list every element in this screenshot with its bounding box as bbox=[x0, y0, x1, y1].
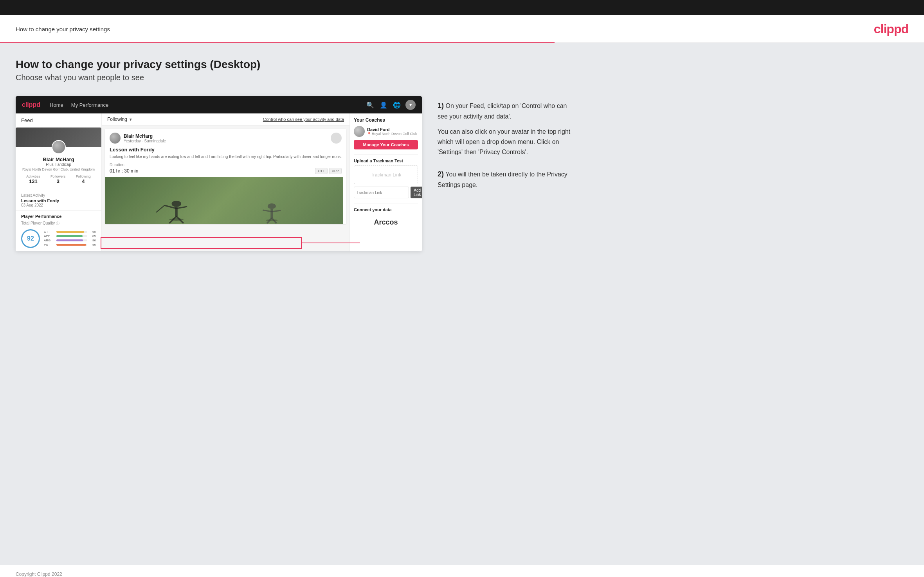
svg-line-13 bbox=[272, 210, 281, 212]
activities-label: Activities bbox=[26, 174, 40, 178]
trackman-input-row: Add Link bbox=[354, 187, 418, 198]
app-screenshot-wrapper: clippd Home My Performance 🔍 👤 🌐 ▼ Feed bbox=[16, 96, 422, 251]
profile-card: Blair McHarg Plus Handicap Royal North D… bbox=[16, 128, 101, 190]
header: How to change your privacy settings clip… bbox=[0, 15, 924, 42]
bar-bg bbox=[56, 235, 87, 237]
bar-value: 86 bbox=[89, 239, 96, 242]
bar-label: OTT bbox=[44, 230, 55, 234]
quality-bar-row: OTT 90 bbox=[44, 230, 96, 234]
profile-handicap: Plus Handicap bbox=[21, 162, 96, 167]
coaches-section: Your Coaches David Ford 📍 Royal North De… bbox=[354, 117, 418, 149]
instruction-step1: 1) On your Feed, click/tap on 'Control w… bbox=[438, 100, 578, 157]
instruction-step1-text1: 1) On your Feed, click/tap on 'Control w… bbox=[438, 100, 578, 121]
lesson-tag: APP bbox=[329, 168, 342, 174]
lesson-duration: 01 hr : 30 min bbox=[110, 168, 138, 174]
trackman-section: Upload a Trackman Test Trackman Link Add… bbox=[354, 154, 418, 198]
profile-club: Royal North Devon Golf Club, United King… bbox=[21, 167, 96, 171]
trackman-add-button[interactable]: Add Link bbox=[411, 187, 422, 198]
info-icon: ⓘ bbox=[56, 221, 59, 225]
perf-title: Player Performance bbox=[21, 214, 96, 219]
following-button[interactable]: Following ▼ bbox=[107, 117, 133, 122]
profile-avatar-inner bbox=[52, 141, 65, 153]
quality-bar-row: ARG 86 bbox=[44, 239, 96, 242]
bar-fill bbox=[56, 244, 86, 246]
location-icon: 📍 bbox=[367, 132, 371, 136]
coach-club: 📍 Royal North Devon Golf Club bbox=[367, 132, 417, 136]
step2-text: You will then be taken directly to the P… bbox=[438, 171, 567, 188]
activities-value: 131 bbox=[26, 178, 40, 184]
person-icon[interactable]: 👤 bbox=[379, 100, 388, 110]
followers-value: 3 bbox=[50, 178, 66, 184]
feed-tab[interactable]: Feed bbox=[16, 113, 101, 128]
instruction-step2: 2) You will then be taken directly to th… bbox=[438, 169, 578, 190]
latest-activity-date: 03 Aug 2022 bbox=[21, 203, 96, 207]
instructions: 1) On your Feed, click/tap on 'Control w… bbox=[438, 96, 578, 202]
step1-number: 1) bbox=[438, 102, 444, 110]
app-right-panel: Your Coaches David Ford 📍 Royal North De… bbox=[349, 113, 422, 251]
profile-stats: Activities 131 Followers 3 Following 4 bbox=[21, 174, 96, 184]
feed-header: Following ▼ Control who can see your act… bbox=[102, 113, 349, 126]
svg-point-2 bbox=[172, 201, 181, 207]
footer: Copyright Clippd 2022 bbox=[0, 565, 924, 577]
lesson-duration-label: Duration bbox=[110, 163, 342, 167]
coach-row: David Ford 📍 Royal North Devon Golf Club bbox=[354, 126, 418, 137]
instruction-step1-text2: You can also click on your avatar in the… bbox=[438, 127, 578, 157]
control-link[interactable]: Control who can see your activity and da… bbox=[263, 117, 344, 122]
app-content: Feed Blair McHarg Plus Handicap Royal bbox=[16, 113, 422, 251]
svg-line-12 bbox=[263, 210, 272, 212]
lesson-card-header: Blair McHarg Yesterday · Sunningdale bbox=[110, 133, 342, 144]
coach-name: David Ford bbox=[367, 127, 417, 132]
followers-label: Followers bbox=[50, 174, 66, 178]
nav-home[interactable]: Home bbox=[50, 102, 63, 108]
logo: clippd bbox=[874, 22, 908, 36]
latest-activity: Latest Activity Lesson with Fordy 03 Aug… bbox=[16, 190, 101, 211]
bar-fill bbox=[56, 239, 83, 241]
quality-score: 92 bbox=[21, 229, 40, 248]
bar-value: 96 bbox=[89, 243, 96, 246]
app-sidebar: Feed Blair McHarg Plus Handicap Royal bbox=[16, 113, 102, 251]
lesson-title: Lesson with Fordy bbox=[110, 147, 342, 153]
bar-label: APP bbox=[44, 234, 55, 238]
svg-line-8 bbox=[156, 205, 164, 212]
latest-activity-label: Latest Activity bbox=[21, 193, 96, 198]
lesson-image bbox=[105, 177, 343, 224]
header-title: How to change your privacy settings bbox=[16, 26, 110, 32]
two-col-layout: clippd Home My Performance 🔍 👤 🌐 ▼ Feed bbox=[16, 96, 908, 251]
manage-coaches-button[interactable]: Manage Your Coaches bbox=[354, 140, 418, 149]
bar-fill bbox=[56, 235, 83, 237]
perf-quality-label: Total Player Quality ⓘ bbox=[21, 221, 96, 226]
golf-icon bbox=[331, 133, 342, 144]
copyright: Copyright Clippd 2022 bbox=[16, 572, 62, 577]
coach-info: David Ford 📍 Royal North Devon Golf Club bbox=[367, 127, 417, 136]
stat-activities: Activities 131 bbox=[26, 174, 40, 184]
chevron-down-icon: ▼ bbox=[129, 117, 133, 122]
bar-bg bbox=[56, 244, 87, 246]
trackman-input[interactable] bbox=[354, 187, 409, 198]
globe-icon[interactable]: 🌐 bbox=[392, 100, 402, 110]
lesson-user-info: Blair McHarg Yesterday · Sunningdale bbox=[124, 133, 166, 143]
nav-my-performance[interactable]: My Performance bbox=[71, 102, 108, 108]
lesson-card: Blair McHarg Yesterday · Sunningdale Les… bbox=[105, 129, 346, 224]
lesson-user-name: Blair McHarg bbox=[124, 133, 166, 139]
coach-avatar bbox=[354, 126, 365, 137]
lesson-user-meta: Yesterday · Sunningdale bbox=[124, 139, 166, 143]
bar-label: ARG bbox=[44, 239, 55, 242]
stat-following: Following 4 bbox=[76, 174, 91, 184]
arccos-logo: Arccos bbox=[354, 214, 418, 230]
player-performance: Player Performance Total Player Quality … bbox=[16, 211, 101, 251]
lesson-avatar bbox=[110, 133, 121, 144]
quality-bar-row: PUTT 96 bbox=[44, 243, 96, 246]
search-icon[interactable]: 🔍 bbox=[366, 100, 375, 110]
stat-followers: Followers 3 bbox=[50, 174, 66, 184]
quality-bar-row: APP 85 bbox=[44, 234, 96, 238]
app-nav-icons: 🔍 👤 🌐 ▼ bbox=[366, 100, 416, 110]
trackman-placeholder: Trackman Link bbox=[354, 165, 418, 184]
svg-point-10 bbox=[268, 203, 276, 209]
page-subheading: Choose what you want people to see bbox=[16, 73, 908, 82]
avatar-button[interactable]: ▼ bbox=[405, 100, 416, 110]
profile-avatar bbox=[52, 140, 66, 154]
svg-line-5 bbox=[177, 207, 187, 209]
following-label: Following bbox=[76, 174, 91, 178]
page-heading: How to change your privacy settings (Des… bbox=[16, 58, 908, 71]
step1-text1: On your Feed, click/tap on 'Control who … bbox=[438, 102, 567, 120]
